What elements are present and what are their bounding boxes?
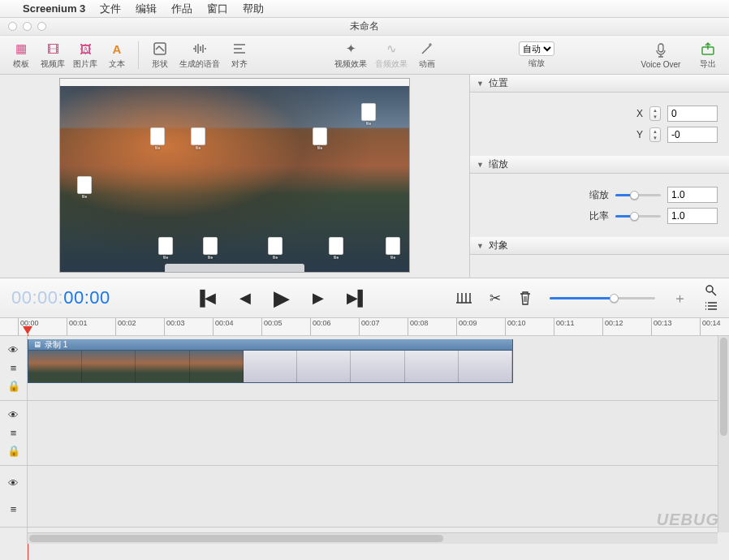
zoom-in-button[interactable]: ＋ — [673, 289, 687, 308]
voice-over-button[interactable]: Voice Over — [632, 40, 690, 71]
audio-effects-button[interactable]: ∿ 音频效果 — [372, 38, 411, 71]
audio-effects-label: 音频效果 — [375, 58, 408, 70]
timecode-display: 00:00:00:00 — [11, 287, 110, 308]
timecode-main: 00:00 — [63, 287, 110, 308]
audio-wave-icon: ∿ — [382, 40, 400, 58]
scale-label: 缩放 — [589, 188, 609, 202]
minimize-window-button[interactable] — [23, 22, 32, 31]
timeline-track[interactable] — [28, 401, 729, 466]
ruler-tick: 00:07 — [359, 318, 380, 335]
app-name[interactable]: Screenium 3 — [23, 2, 85, 15]
step-back-button[interactable]: ◀ — [239, 289, 251, 307]
ruler-tick: 00:09 — [456, 318, 477, 335]
zoom-control: 自动 缩放 — [519, 41, 554, 69]
cut-button[interactable]: ✂ — [490, 290, 501, 307]
search-button[interactable] — [705, 284, 718, 297]
go-to-end-button[interactable]: ▶▌ — [347, 289, 369, 307]
zoom-window-button[interactable] — [37, 22, 46, 31]
playhead-icon[interactable] — [23, 326, 32, 334]
menu-file[interactable]: 文件 — [100, 2, 121, 16]
play-button[interactable]: ▶ — [274, 286, 290, 311]
system-menubar: Screenium 3 文件 编辑 作品 窗口 帮助 — [0, 0, 729, 18]
timeline-track[interactable] — [28, 466, 729, 528]
templates-button[interactable]: ▦ 模板 — [6, 38, 36, 71]
zoom-select[interactable]: 自动 — [519, 41, 554, 56]
templates-label: 模板 — [13, 58, 29, 70]
inspector-object-header[interactable]: ▼ 对象 — [470, 237, 729, 255]
animation-button[interactable]: 动画 — [412, 38, 442, 71]
export-button[interactable]: 导出 — [693, 38, 723, 71]
ruler-tick: 00:02 — [115, 318, 136, 335]
menu-help[interactable]: 帮助 — [243, 2, 264, 16]
watermark: UEBUG — [657, 510, 719, 529]
track-lines-icon[interactable]: ≡ — [11, 503, 17, 515]
track-lines-icon[interactable]: ≡ — [11, 362, 17, 374]
visibility-toggle-icon[interactable]: 👁 — [8, 344, 19, 356]
vertical-scrollbar[interactable] — [718, 336, 729, 532]
menu-window[interactable]: 窗口 — [207, 2, 228, 16]
inspector-position-header[interactable]: ▼ 位置 — [470, 75, 729, 93]
text-button[interactable]: A 文本 — [102, 38, 132, 71]
track-header: 👁 ≡ 🔒 — [0, 401, 27, 466]
visibility-toggle-icon[interactable]: 👁 — [8, 477, 19, 489]
track-lines-icon[interactable]: ≡ — [11, 427, 17, 439]
shape-label: 形状 — [152, 58, 168, 70]
clip-titlebar: 🖥 录制 1 — [28, 339, 512, 351]
lock-toggle-icon[interactable]: 🔒 — [7, 445, 20, 457]
y-input[interactable] — [667, 127, 718, 143]
markers-button[interactable] — [455, 291, 472, 305]
ratio-slider[interactable] — [615, 210, 661, 222]
content-area: file file file file file file file file … — [0, 75, 729, 278]
ratio-label: 比率 — [589, 209, 609, 223]
animation-label: 动画 — [419, 58, 435, 70]
ruler-tick: 00:08 — [408, 318, 429, 335]
ruler-tick: 00:13 — [651, 318, 672, 335]
x-stepper[interactable]: ▲▼ — [649, 106, 661, 121]
scale-slider[interactable] — [615, 189, 661, 200]
menu-edit[interactable]: 编辑 — [136, 2, 157, 16]
preview-pane: file file file file file file file file … — [0, 75, 469, 278]
video-library-button[interactable]: 🎞 视频库 — [37, 38, 68, 71]
ruler-tick: 00:14 — [700, 318, 721, 335]
export-label: 导出 — [700, 58, 716, 70]
ratio-input[interactable] — [667, 208, 718, 224]
y-stepper[interactable]: ▲▼ — [649, 127, 661, 142]
timeline-track[interactable]: 🖥 录制 1 — [28, 336, 729, 401]
magic-wand-icon — [418, 40, 436, 58]
disclosure-triangle-icon: ▼ — [477, 242, 484, 250]
x-input[interactable] — [667, 106, 718, 122]
shape-button[interactable]: 形状 — [145, 38, 175, 71]
tracks-area[interactable]: 🖥 录制 1 — [28, 336, 729, 544]
track-headers: 👁 ≡ 🔒 👁 ≡ 🔒 👁 ≡ — [0, 336, 28, 544]
voice-over-label: Voice Over — [641, 60, 681, 69]
microphone-icon — [652, 41, 670, 59]
video-clip[interactable]: 🖥 录制 1 — [28, 339, 513, 383]
image-library-button[interactable]: 🖼 图片库 — [70, 38, 101, 71]
step-forward-button[interactable]: ▶ — [313, 289, 324, 307]
ruler-tick: 00:11 — [554, 318, 575, 335]
timeline-zoom-slider[interactable] — [550, 292, 655, 304]
horizontal-scrollbar[interactable] — [28, 532, 718, 544]
text-icon: A — [108, 40, 126, 58]
align-button[interactable]: 对齐 — [225, 38, 254, 71]
list-view-button[interactable] — [705, 302, 718, 312]
film-icon: 🎞 — [44, 40, 62, 58]
timeline-ruler[interactable]: 00:00 00:01 00:02 00:03 00:04 00:05 00:0… — [0, 318, 729, 336]
delete-button[interactable] — [519, 290, 532, 306]
generated-voice-button[interactable]: 生成的语音 — [176, 38, 223, 71]
svg-rect-1 — [658, 44, 663, 52]
lock-toggle-icon[interactable]: 🔒 — [7, 380, 20, 392]
timeline: 👁 ≡ 🔒 👁 ≡ 🔒 👁 ≡ 🖥 录制 1 — [0, 336, 729, 544]
inspector-scale-header[interactable]: ▼ 缩放 — [470, 156, 729, 174]
menu-works[interactable]: 作品 — [171, 2, 192, 16]
scale-input[interactable] — [667, 187, 718, 203]
preview-canvas[interactable]: file file file file file file file file … — [59, 78, 410, 273]
shape-icon — [151, 40, 169, 58]
go-to-start-button[interactable]: ▐◀ — [195, 289, 217, 307]
video-library-label: 视频库 — [41, 58, 65, 70]
ruler-tick: 00:03 — [164, 318, 185, 335]
close-window-button[interactable] — [8, 22, 17, 31]
inspector-panel: ▼ 位置 X ▲▼ Y ▲▼ ▼ 缩放 缩放 — [469, 75, 729, 278]
video-effects-button[interactable]: ✦ 视频效果 — [331, 38, 370, 71]
visibility-toggle-icon[interactable]: 👁 — [8, 409, 19, 421]
